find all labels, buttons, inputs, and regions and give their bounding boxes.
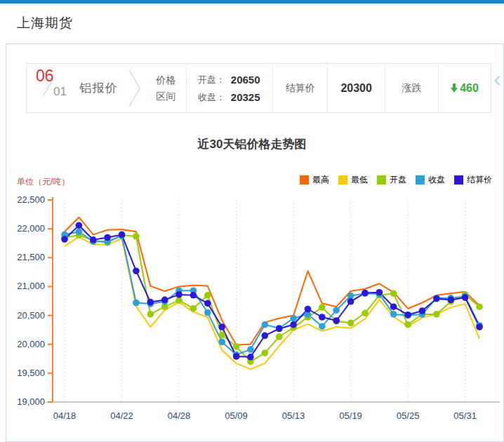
legend-swatch xyxy=(454,175,463,185)
x-tick-label: 05/13 xyxy=(282,410,305,421)
series-point-结算价 xyxy=(333,317,340,324)
series-point-收盘 xyxy=(390,311,397,318)
series-point-收盘 xyxy=(262,321,269,328)
y-tick-label: 21,500 xyxy=(17,252,45,262)
legend-label: 最高 xyxy=(312,174,329,186)
series-point-开盘 xyxy=(233,343,240,350)
series-point-结算价 xyxy=(376,289,383,296)
series-point-开盘 xyxy=(262,349,269,356)
chevron-right-icon xyxy=(124,64,146,112)
y-tick-label: 19,000 xyxy=(17,396,45,407)
x-tick-label: 05/31 xyxy=(453,410,477,421)
series-point-结算价 xyxy=(104,234,111,241)
product-name: 铝报价 xyxy=(74,64,124,112)
settle-value: 20300 xyxy=(327,64,385,112)
series-point-结算价 xyxy=(419,307,426,314)
y-tick-label: 19,500 xyxy=(17,368,45,378)
series-point-结算价 xyxy=(147,299,154,306)
series-point-开盘 xyxy=(190,305,197,312)
open-label: 开盘： xyxy=(198,71,225,88)
quote-card: 06 01 铝报价 价格 区间 开盘： 20650 收盘： 20325 结算价 … xyxy=(26,63,491,113)
series-point-结算价 xyxy=(175,291,183,298)
series-point-结算价 xyxy=(190,292,197,299)
range-label-line2: 区间 xyxy=(156,88,175,105)
series-point-结算价 xyxy=(119,232,126,239)
legend-item-开盘: 开盘 xyxy=(377,174,406,186)
x-tick-label: 04/28 xyxy=(168,410,191,421)
legend-label: 开盘 xyxy=(390,174,406,186)
series-point-开盘 xyxy=(433,311,440,318)
page: { "header": { "title": "上海期货" }, "colors… xyxy=(0,0,504,442)
series-point-收盘 xyxy=(347,293,354,300)
change-label: 涨跌 xyxy=(385,64,438,112)
series-point-结算价 xyxy=(290,321,297,328)
chart-unit-label: 单位（元/吨） xyxy=(17,176,69,188)
series-point-收盘 xyxy=(76,229,83,236)
price-trend-chart: 04/1804/2204/2805/0905/1305/1905/2505/31… xyxy=(0,192,504,437)
price-range-label: 价格 区间 xyxy=(146,64,186,112)
legend-swatch xyxy=(416,175,425,185)
series-point-结算价 xyxy=(319,314,326,321)
range-label-line1: 价格 xyxy=(156,72,175,88)
x-tick-label: 04/18 xyxy=(53,410,77,421)
series-line-收盘 xyxy=(65,232,479,354)
top-accent-bar xyxy=(0,0,504,4)
series-point-结算价 xyxy=(276,326,283,333)
series-point-开盘 xyxy=(347,320,354,327)
series-point-结算价 xyxy=(90,236,97,243)
x-tick-label: 05/25 xyxy=(397,410,420,421)
series-point-结算价 xyxy=(448,297,455,304)
legend-swatch xyxy=(377,175,386,185)
series-line-结算价 xyxy=(65,225,479,357)
series-point-开盘 xyxy=(404,321,411,328)
series-point-开盘 xyxy=(147,311,154,318)
carousel-prev-icon[interactable]: ‹ xyxy=(493,66,501,91)
x-tick-label: 05/09 xyxy=(225,410,248,421)
legend-item-最高: 最高 xyxy=(300,174,329,186)
legend-swatch xyxy=(338,175,347,185)
series-point-结算价 xyxy=(133,267,140,274)
y-tick-label: 20,500 xyxy=(17,310,45,321)
series-point-结算价 xyxy=(262,333,269,340)
series-point-结算价 xyxy=(362,290,369,297)
y-tick-label: 22,000 xyxy=(17,223,45,234)
change-value: 460 xyxy=(460,82,479,95)
series-point-结算价 xyxy=(247,354,254,361)
series-point-结算价 xyxy=(76,222,83,229)
series-point-结算价 xyxy=(204,300,211,307)
series-point-收盘 xyxy=(290,315,297,322)
series-point-结算价 xyxy=(404,312,411,319)
series-point-结算价 xyxy=(161,297,168,304)
quote-date-day: 01 xyxy=(53,85,67,99)
series-point-开盘 xyxy=(476,303,483,310)
chart-legend: 最高最低开盘收盘结算价 xyxy=(291,174,492,186)
change-value-block: 460 xyxy=(438,64,491,112)
series-point-收盘 xyxy=(204,309,211,316)
down-arrow-icon xyxy=(451,83,458,93)
series-line-开盘 xyxy=(65,235,479,361)
legend-label: 结算价 xyxy=(467,174,492,186)
series-point-结算价 xyxy=(218,323,225,330)
series-point-结算价 xyxy=(233,353,240,360)
legend-swatch xyxy=(300,175,309,185)
close-value: 20325 xyxy=(231,88,260,106)
series-point-结算价 xyxy=(305,306,312,313)
x-tick-label: 05/19 xyxy=(339,410,362,421)
series-point-结算价 xyxy=(61,236,68,243)
series-point-开盘 xyxy=(204,292,211,299)
series-point-结算价 xyxy=(476,323,483,330)
legend-label: 最低 xyxy=(351,174,368,186)
open-row: 开盘： 20650 xyxy=(198,71,260,88)
y-tick-label: 22,500 xyxy=(17,194,45,205)
legend-item-最低: 最低 xyxy=(338,174,368,186)
series-point-收盘 xyxy=(247,346,254,353)
series-point-结算价 xyxy=(347,298,354,305)
close-label: 收盘： xyxy=(198,88,225,106)
series-point-结算价 xyxy=(462,294,469,301)
x-tick-label: 04/22 xyxy=(110,410,133,421)
series-point-收盘 xyxy=(333,307,340,314)
series-point-开盘 xyxy=(319,304,326,311)
quote-date: 06 01 xyxy=(27,64,74,112)
close-row: 收盘： 20325 xyxy=(198,88,260,106)
y-tick-label: 21,000 xyxy=(17,281,45,291)
